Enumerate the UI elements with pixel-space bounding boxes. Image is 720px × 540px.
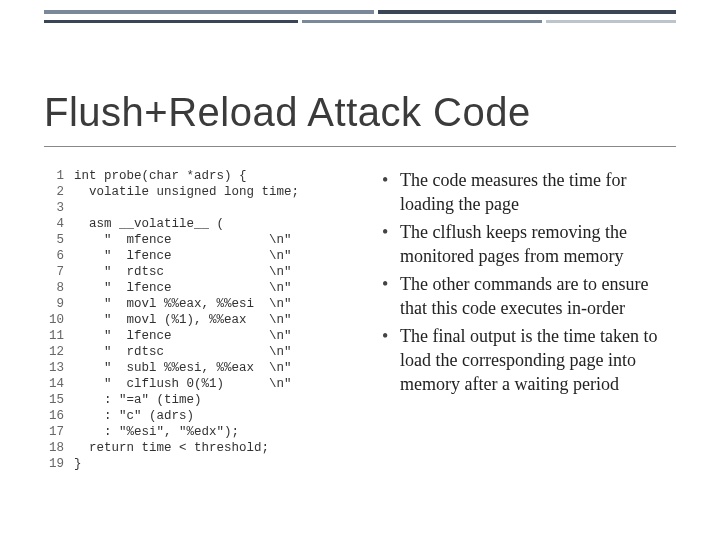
code-text: " clflush 0(%1) \n" bbox=[74, 377, 292, 391]
line-number: 5 bbox=[44, 232, 64, 248]
slide: Flush+Reload Attack Code 1int probe(char… bbox=[0, 0, 720, 540]
line-number: 6 bbox=[44, 248, 64, 264]
code-line: 13 " subl %%esi, %%eax \n" bbox=[44, 360, 374, 376]
line-number: 12 bbox=[44, 344, 64, 360]
line-number: 4 bbox=[44, 216, 64, 232]
code-line: 2 volatile unsigned long time; bbox=[44, 184, 374, 200]
code-listing: 1int probe(char *adrs) {2 volatile unsig… bbox=[44, 168, 374, 510]
code-text: return time < threshold; bbox=[74, 441, 269, 455]
line-number: 9 bbox=[44, 296, 64, 312]
code-line: 19} bbox=[44, 456, 374, 472]
line-number: 13 bbox=[44, 360, 64, 376]
code-line: 6 " lfence \n" bbox=[44, 248, 374, 264]
line-number: 17 bbox=[44, 424, 64, 440]
bullet-item: The clflush keeps removing the monitored… bbox=[382, 220, 676, 268]
code-line: 1int probe(char *adrs) { bbox=[44, 168, 374, 184]
line-number: 1 bbox=[44, 168, 64, 184]
code-line: 8 " lfence \n" bbox=[44, 280, 374, 296]
header-decoration bbox=[0, 0, 720, 44]
code-line: 4 asm __volatile__ ( bbox=[44, 216, 374, 232]
line-number: 14 bbox=[44, 376, 64, 392]
code-text: volatile unsigned long time; bbox=[74, 185, 299, 199]
code-line: 16 : "c" (adrs) bbox=[44, 408, 374, 424]
code-line: 11 " lfence \n" bbox=[44, 328, 374, 344]
code-line: 10 " movl (%1), %%eax \n" bbox=[44, 312, 374, 328]
code-line: 3 bbox=[44, 200, 374, 216]
bullet-list: The code measures the time for loading t… bbox=[374, 168, 676, 510]
bullet-item: The final output is the time taken to lo… bbox=[382, 324, 676, 396]
code-text: asm __volatile__ ( bbox=[74, 217, 224, 231]
code-text: " subl %%esi, %%eax \n" bbox=[74, 361, 292, 375]
bullet-item: The code measures the time for loading t… bbox=[382, 168, 676, 216]
code-text: " lfence \n" bbox=[74, 281, 292, 295]
decor-bar bbox=[44, 20, 298, 23]
bullet-item: The other commands are to ensure that th… bbox=[382, 272, 676, 320]
title-underline bbox=[44, 146, 676, 147]
slide-body: 1int probe(char *adrs) {2 volatile unsig… bbox=[44, 168, 676, 510]
line-number: 10 bbox=[44, 312, 64, 328]
code-text: int probe(char *adrs) { bbox=[74, 169, 247, 183]
line-number: 19 bbox=[44, 456, 64, 472]
code-text: : "=a" (time) bbox=[74, 393, 202, 407]
code-line: 9 " movl %%eax, %%esi \n" bbox=[44, 296, 374, 312]
line-number: 16 bbox=[44, 408, 64, 424]
code-text: " mfence \n" bbox=[74, 233, 292, 247]
code-line: 12 " rdtsc \n" bbox=[44, 344, 374, 360]
line-number: 7 bbox=[44, 264, 64, 280]
code-text: " movl %%eax, %%esi \n" bbox=[74, 297, 292, 311]
code-text: : "c" (adrs) bbox=[74, 409, 194, 423]
code-line: 17 : "%esi", "%edx"); bbox=[44, 424, 374, 440]
decor-bar bbox=[546, 20, 676, 23]
code-text: " movl (%1), %%eax \n" bbox=[74, 313, 292, 327]
code-line: 14 " clflush 0(%1) \n" bbox=[44, 376, 374, 392]
code-text: : "%esi", "%edx"); bbox=[74, 425, 239, 439]
code-text: " rdtsc \n" bbox=[74, 345, 292, 359]
slide-title: Flush+Reload Attack Code bbox=[44, 90, 531, 135]
code-text: " rdtsc \n" bbox=[74, 265, 292, 279]
line-number: 3 bbox=[44, 200, 64, 216]
code-text: " lfence \n" bbox=[74, 249, 292, 263]
decor-bar bbox=[378, 10, 676, 14]
line-number: 15 bbox=[44, 392, 64, 408]
decor-bar bbox=[44, 10, 374, 14]
line-number: 2 bbox=[44, 184, 64, 200]
code-text: } bbox=[74, 457, 82, 471]
code-line: 18 return time < threshold; bbox=[44, 440, 374, 456]
line-number: 8 bbox=[44, 280, 64, 296]
code-line: 15 : "=a" (time) bbox=[44, 392, 374, 408]
line-number: 11 bbox=[44, 328, 64, 344]
decor-bar bbox=[302, 20, 542, 23]
code-text: " lfence \n" bbox=[74, 329, 292, 343]
code-line: 7 " rdtsc \n" bbox=[44, 264, 374, 280]
code-line: 5 " mfence \n" bbox=[44, 232, 374, 248]
line-number: 18 bbox=[44, 440, 64, 456]
